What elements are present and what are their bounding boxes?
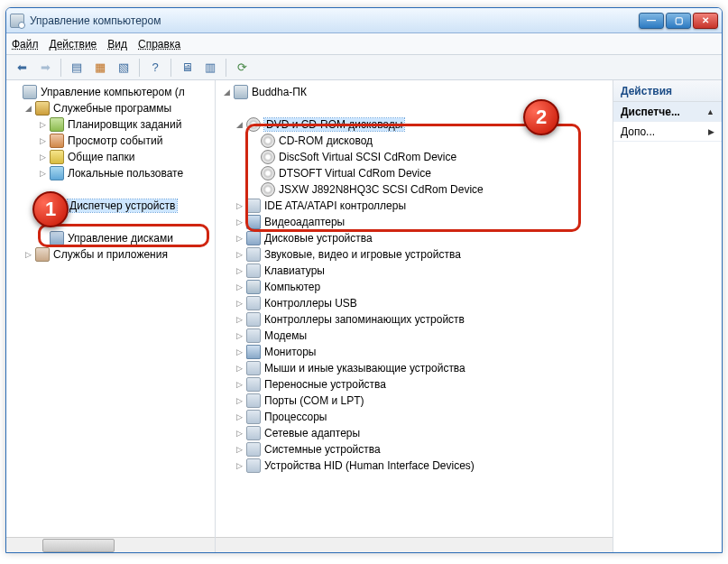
dev-dtsoft[interactable]: DTSOFT Virtual CdRom Device <box>219 165 613 181</box>
maximize-button[interactable]: ▢ <box>666 13 691 29</box>
mid-h-scrollbar[interactable] <box>216 537 613 552</box>
services-icon <box>35 247 50 262</box>
cd-icon <box>261 182 275 197</box>
dev-cpu[interactable]: ▷Процессоры <box>219 409 613 425</box>
middle-pane: ◢Buddha-ПК ◢DVD и CD-ROM дисководы CD-RO… <box>216 80 613 552</box>
dev-portable[interactable]: ▷Переносные устройства <box>219 376 613 393</box>
cd-icon <box>261 150 275 164</box>
dev-sound[interactable]: ▷Звуковые, видео и игровые устройства <box>219 246 613 263</box>
keyboard-icon <box>246 264 261 278</box>
window-title: Управление компьютером <box>30 14 639 27</box>
cd-category-icon <box>246 117 261 132</box>
left-h-scrollbar[interactable] <box>6 537 215 552</box>
refresh-button[interactable]: ⟳ <box>232 58 252 78</box>
portable-icon <box>246 377 261 392</box>
sysdev-icon <box>246 442 261 457</box>
modem-icon <box>246 328 261 343</box>
users-icon <box>50 166 64 180</box>
view-devices-button[interactable]: ▥ <box>200 58 220 78</box>
actions-header: Действия <box>613 80 722 102</box>
ide-icon <box>246 199 261 213</box>
tree-event-viewer[interactable]: ▷Просмотр событий <box>8 133 215 149</box>
device-tree[interactable]: ◢Buddha-ПК ◢DVD и CD-ROM дисководы CD-RO… <box>216 80 613 537</box>
export-button[interactable]: ▧ <box>114 58 134 78</box>
mouse-icon <box>246 361 261 375</box>
dev-mouse[interactable]: ▷Мыши и иные указывающие устройства <box>219 360 613 376</box>
menu-help[interactable]: Справка <box>138 38 180 51</box>
disk-icon <box>246 231 261 245</box>
net-icon <box>246 426 261 440</box>
dev-usb[interactable]: ▷Контроллеры USB <box>219 295 613 311</box>
sound-icon <box>246 247 261 262</box>
collapse-icon: ▲ <box>706 107 714 116</box>
dev-ports[interactable]: ▷Порты (COM и LPT) <box>219 393 613 409</box>
menu-file[interactable]: Файл <box>12 38 39 51</box>
nav-forward-button[interactable]: ➡ <box>35 58 55 78</box>
video-icon <box>246 215 261 229</box>
dev-modem[interactable]: ▷Модемы <box>219 328 613 344</box>
tree-disk-management[interactable]: Управление дисками <box>8 230 215 246</box>
dev-storage-ctrl[interactable]: ▷Контроллеры запоминающих устройств <box>219 311 613 328</box>
callout-2: 2 <box>523 99 559 135</box>
computer-mgmt-icon <box>23 85 37 99</box>
actions-pane: Действия Диспетче...▲ Допо...▶ <box>613 80 722 552</box>
menu-action[interactable]: Действие <box>50 38 97 51</box>
tree-shared-folders[interactable]: ▷Общие папки <box>8 149 215 165</box>
app-icon <box>10 14 24 28</box>
dev-root[interactable]: ◢Buddha-ПК <box>219 84 613 100</box>
dev-keyboard[interactable]: ▷Клавиатуры <box>219 263 613 279</box>
tree-task-scheduler[interactable]: ▷Планировщик заданий <box>8 116 215 133</box>
scheduler-icon <box>50 117 64 132</box>
dev-disk[interactable]: ▷Дисковые устройства <box>219 230 613 246</box>
callout-1: 1 <box>32 191 69 227</box>
dev-net[interactable]: ▷Сетевые адаптеры <box>219 425 613 441</box>
cd-icon <box>261 134 275 148</box>
storage-ctrl-icon <box>246 312 261 327</box>
properties-button[interactable]: ▦ <box>90 58 110 78</box>
toolbar: ⬅ ➡ ▤ ▦ ▧ ? 🖥 ▥ ⟳ <box>6 55 722 80</box>
titlebar[interactable]: Управление компьютером — ▢ ✕ <box>6 8 722 33</box>
app-window: Управление компьютером — ▢ ✕ Файл Действ… <box>5 7 723 553</box>
dev-sysdev[interactable]: ▷Системные устройства <box>219 441 613 458</box>
tree-local-users[interactable]: ▷Локальные пользовате <box>8 165 215 181</box>
dev-hid[interactable]: ▷Устройства HID (Human Interface Devices… <box>219 458 613 474</box>
menu-view[interactable]: Вид <box>107 38 127 51</box>
console-tree[interactable]: Управление компьютером (л ◢Служебные про… <box>6 80 215 537</box>
show-hide-tree-button[interactable]: ▤ <box>67 58 87 78</box>
dev-jsxw[interactable]: JSXW J892N8HQ3C SCSI CdRom Device <box>219 181 613 198</box>
tree-root[interactable]: Управление компьютером (л <box>8 84 215 100</box>
usb-icon <box>246 296 261 310</box>
cpu-icon <box>246 410 261 424</box>
close-button[interactable]: ✕ <box>693 13 718 29</box>
disk-mgmt-icon <box>50 231 64 245</box>
actions-context[interactable]: Диспетче...▲ <box>613 102 722 122</box>
dev-ide[interactable]: ▷IDE ATA/ATAPI контроллеры <box>219 198 613 214</box>
submenu-arrow-icon: ▶ <box>708 127 714 136</box>
actions-more[interactable]: Допо...▶ <box>613 122 722 142</box>
tools-icon <box>35 101 50 116</box>
minimize-button[interactable]: — <box>639 13 664 29</box>
hid-icon <box>246 458 261 473</box>
pc-icon <box>234 85 248 99</box>
cd-icon <box>261 166 275 180</box>
share-icon <box>50 150 64 164</box>
scan-hardware-button[interactable]: 🖥 <box>177 58 197 78</box>
tree-services-apps[interactable]: ▷Службы и приложения <box>8 246 215 263</box>
monitor-icon <box>246 345 261 359</box>
event-icon <box>50 134 64 148</box>
dev-monitor[interactable]: ▷Мониторы <box>219 344 613 360</box>
left-pane: Управление компьютером (л ◢Служебные про… <box>6 80 216 552</box>
dev-video[interactable]: ▷Видеоадаптеры <box>219 214 613 230</box>
dev-cdrom[interactable]: CD-ROM дисковод <box>219 133 613 149</box>
dev-discsoft[interactable]: DiscSoft Virtual SCSI CdRom Device <box>219 149 613 165</box>
tree-system-tools[interactable]: ◢Служебные программы <box>8 100 215 116</box>
dev-computer[interactable]: ▷Компьютер <box>219 279 613 295</box>
computer-cat-icon <box>246 280 261 294</box>
menubar: Файл Действие Вид Справка <box>6 33 722 55</box>
ports-icon <box>246 393 261 408</box>
help-button[interactable]: ? <box>145 58 165 78</box>
nav-back-button[interactable]: ⬅ <box>12 58 32 78</box>
